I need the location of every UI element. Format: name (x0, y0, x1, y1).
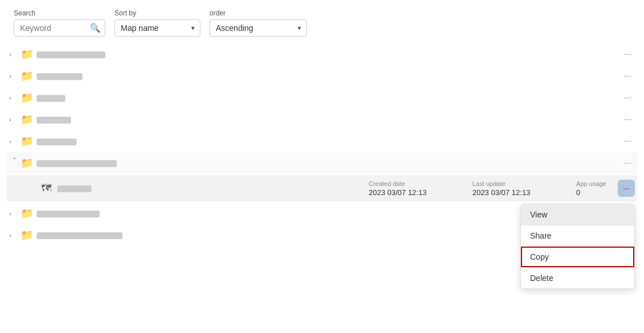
order-select[interactable]: Ascending Descending (210, 19, 307, 37)
folder-icon: 📁 (21, 157, 37, 169)
updated-label: Last update (472, 180, 530, 187)
sort-label: Sort by (114, 9, 200, 17)
folder-more-button[interactable]: ··· (621, 48, 635, 61)
folder-icon: 📁 (21, 229, 37, 241)
folder-name (37, 72, 621, 81)
order-label: order (210, 9, 307, 17)
context-menu-item-share[interactable]: Share (521, 225, 634, 246)
list-item[interactable]: › 📁 ··· (7, 109, 637, 130)
folder-name (37, 50, 621, 59)
map-name (57, 184, 369, 193)
folder-name (37, 94, 621, 102)
list-item[interactable]: › 📁 ··· (7, 130, 637, 152)
folder-more-button[interactable]: ··· (621, 157, 635, 169)
folder-name (37, 116, 621, 124)
folder-name (37, 159, 621, 168)
file-list: › 📁 ··· › 📁 ··· › 📁 ··· › 📁 ··· › 📁 ··· … (0, 43, 644, 246)
app-usage-label: App usage (576, 180, 606, 187)
list-item[interactable]: › 📁 ··· (7, 152, 637, 174)
created-value: 2023 03/07 12:13 (369, 188, 426, 197)
updated-date-group: Last update 2023 03/07 12:13 (472, 180, 530, 197)
folder-icon: 📁 (21, 92, 37, 104)
expand-icon: › (9, 210, 21, 217)
folder-name (37, 137, 621, 146)
list-item[interactable]: › 📁 ··· (7, 87, 637, 109)
search-input[interactable] (14, 19, 105, 37)
expand-icon: › (9, 232, 21, 239)
toolbar: Search 🔍 Sort by Map name Created date L… (0, 0, 644, 43)
folder-more-button[interactable]: ··· (621, 92, 635, 104)
expand-icon: › (9, 73, 21, 80)
search-wrapper: 🔍 (14, 19, 105, 37)
sort-select-wrapper: Map name Created date Last update ▾ (114, 19, 200, 37)
context-menu-item-view[interactable]: View (521, 204, 634, 225)
app-usage-value: 0 (576, 188, 606, 197)
folder-icon: 📁 (21, 113, 37, 126)
collapse-icon: › (11, 157, 18, 169)
map-icon: 🗺 (41, 183, 52, 195)
expand-icon: › (9, 138, 21, 145)
context-menu-item-delete[interactable]: Delete (521, 268, 634, 288)
context-menu: View Share Copy Delete (520, 204, 635, 289)
folder-more-button[interactable]: ··· (621, 113, 635, 126)
map-item-row: 🗺 Created date 2023 03/07 12:13 Last upd… (7, 175, 637, 201)
folder-more-button[interactable]: ··· (621, 70, 635, 82)
map-meta: Created date 2023 03/07 12:13 Last updat… (369, 180, 606, 197)
sort-field-group: Sort by Map name Created date Last updat… (114, 9, 200, 37)
folder-icon: 📁 (21, 70, 37, 82)
expand-icon: › (9, 51, 21, 58)
list-item[interactable]: › 📁 ··· (7, 65, 637, 87)
expand-icon: › (9, 94, 21, 101)
created-label: Created date (369, 180, 426, 187)
more-dots-icon: ··· (623, 184, 630, 193)
sort-select[interactable]: Map name Created date Last update (114, 19, 200, 37)
folder-icon: 📁 (21, 48, 37, 61)
app-usage-group: App usage 0 (576, 180, 606, 197)
folder-icon: 📁 (21, 207, 37, 220)
search-label: Search (14, 9, 105, 17)
updated-value: 2023 03/07 12:13 (472, 188, 530, 197)
context-menu-item-copy[interactable]: Copy (521, 247, 634, 267)
folder-icon: 📁 (21, 135, 37, 148)
order-field-group: order Ascending Descending ▾ (210, 9, 307, 37)
map-more-button[interactable]: ··· View Share Copy Delete (618, 180, 635, 197)
folder-more-button[interactable]: ··· (621, 135, 635, 148)
list-item[interactable]: › 📁 ··· (7, 43, 637, 65)
search-field-group: Search 🔍 (14, 9, 105, 37)
expand-icon: › (9, 116, 21, 123)
order-select-wrapper: Ascending Descending ▾ (210, 19, 307, 37)
created-date-group: Created date 2023 03/07 12:13 (369, 180, 426, 197)
